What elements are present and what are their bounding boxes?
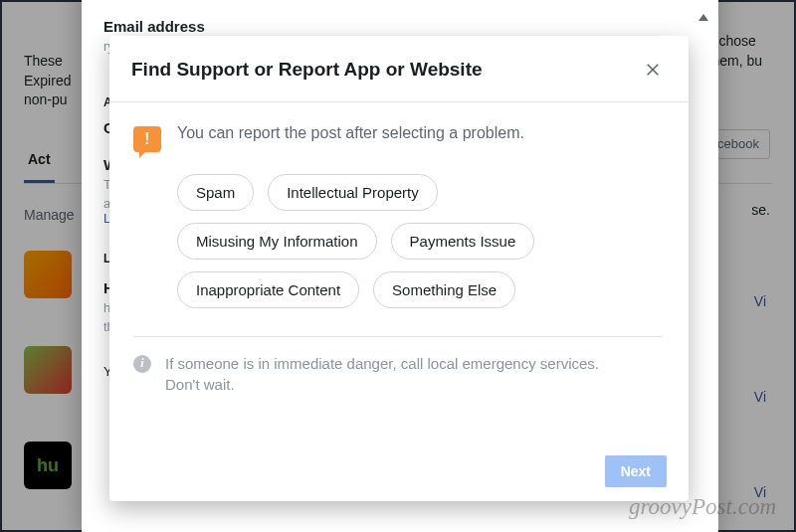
close-icon <box>644 61 662 79</box>
chip-intellectual-property[interactable]: Intellectual Property <box>268 174 438 211</box>
divider <box>133 336 663 337</box>
report-speech-icon: ! <box>133 126 161 152</box>
chip-payments-issue[interactable]: Payments Issue <box>391 223 535 260</box>
chip-spam[interactable]: Spam <box>177 174 254 211</box>
next-button[interactable]: Next <box>605 455 667 487</box>
dialog-footer: Next <box>109 473 689 501</box>
dialog-header: Find Support or Report App or Website <box>109 36 689 102</box>
email-address-label: Email address <box>103 18 696 35</box>
dialog-title: Find Support or Report App or Website <box>131 59 483 81</box>
emergency-note: If someone is in immediate danger, call … <box>133 353 663 395</box>
prompt-text: You can report the post after selecting … <box>177 124 524 142</box>
scroll-up-arrow-icon[interactable] <box>698 14 708 21</box>
report-dialog: Find Support or Report App or Website ! … <box>109 36 689 501</box>
chip-misusing-info[interactable]: Misusing My Information <box>177 223 377 260</box>
close-button[interactable] <box>639 56 667 84</box>
chip-inappropriate-content[interactable]: Inappropriate Content <box>177 271 359 308</box>
info-icon <box>133 355 151 373</box>
prompt-row: ! You can report the post after selectin… <box>133 124 663 152</box>
chip-something-else[interactable]: Something Else <box>373 271 515 308</box>
emergency-text: If someone is in immediate danger, call … <box>165 353 633 395</box>
dialog-body: ! You can report the post after selectin… <box>109 102 689 473</box>
problem-chip-group: Spam Intellectual Property Misusing My I… <box>177 174 605 308</box>
